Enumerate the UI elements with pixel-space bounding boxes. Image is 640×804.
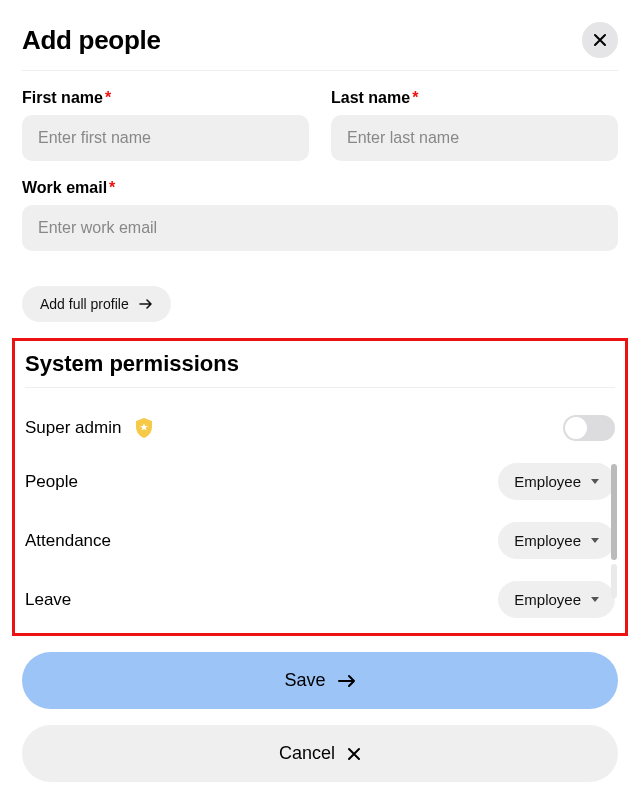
required-asterisk: * xyxy=(109,179,115,196)
first-name-input[interactable] xyxy=(22,115,309,161)
add-full-profile-label: Add full profile xyxy=(40,296,129,312)
chevron-down-icon xyxy=(591,597,599,602)
leave-role-select[interactable]: Employee xyxy=(498,581,615,618)
attendance-role-select[interactable]: Employee xyxy=(498,522,615,559)
work-email-input[interactable] xyxy=(22,205,618,251)
close-button[interactable] xyxy=(582,22,618,58)
divider xyxy=(25,387,615,388)
divider xyxy=(22,70,618,71)
last-name-label: Last name* xyxy=(331,89,618,107)
permission-label-leave: Leave xyxy=(25,590,71,610)
people-role-select[interactable]: Employee xyxy=(498,463,615,500)
close-icon xyxy=(347,747,361,761)
attendance-role-value: Employee xyxy=(514,532,581,549)
chevron-down-icon xyxy=(591,538,599,543)
work-email-label-text: Work email xyxy=(22,179,107,196)
save-button-label: Save xyxy=(284,670,325,691)
super-admin-toggle[interactable] xyxy=(563,415,615,441)
save-button[interactable]: Save xyxy=(22,652,618,709)
required-asterisk: * xyxy=(412,89,418,106)
first-name-label: First name* xyxy=(22,89,309,107)
arrow-right-icon xyxy=(139,298,153,310)
shield-icon xyxy=(135,418,153,438)
last-name-label-text: Last name xyxy=(331,89,410,106)
chevron-down-icon xyxy=(591,479,599,484)
people-role-value: Employee xyxy=(514,473,581,490)
last-name-input[interactable] xyxy=(331,115,618,161)
system-permissions-section: System permissions Super admin People xyxy=(12,338,628,636)
cancel-button[interactable]: Cancel xyxy=(22,725,618,782)
system-permissions-heading: System permissions xyxy=(25,351,615,377)
super-admin-label: Super admin xyxy=(25,418,121,438)
permission-label-attendance: Attendance xyxy=(25,531,111,551)
scrollbar-thumb[interactable] xyxy=(611,464,617,560)
permission-label-people: People xyxy=(25,472,78,492)
scrollbar-track xyxy=(611,564,617,598)
cancel-button-label: Cancel xyxy=(279,743,335,764)
arrow-right-icon xyxy=(338,674,356,688)
work-email-label: Work email* xyxy=(22,179,618,197)
add-full-profile-button[interactable]: Add full profile xyxy=(22,286,171,322)
leave-role-value: Employee xyxy=(514,591,581,608)
required-asterisk: * xyxy=(105,89,111,106)
close-icon xyxy=(593,33,607,47)
first-name-label-text: First name xyxy=(22,89,103,106)
toggle-knob xyxy=(565,417,587,439)
page-title: Add people xyxy=(22,25,161,56)
